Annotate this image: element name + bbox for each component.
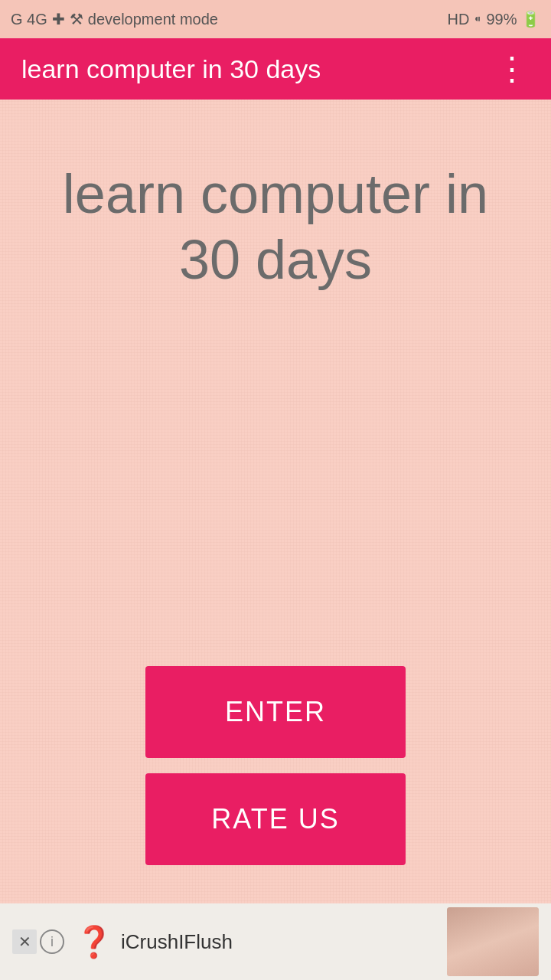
ad-logo-icon: ❓: [75, 924, 113, 960]
status-bar-left: G 4G ✚ ⚒ development mode: [11, 10, 218, 28]
enter-button[interactable]: ENTER: [145, 666, 406, 758]
menu-button[interactable]: ⋮: [496, 53, 530, 85]
ad-close-group: ✕ i: [12, 929, 64, 954]
app-bar-title: learn computer in 30 days: [21, 54, 321, 84]
ad-logo-area: ❓ iCrushIFlush: [75, 924, 233, 960]
tools-icon: ⚒: [70, 10, 83, 28]
rate-us-button[interactable]: RATE US: [145, 773, 406, 865]
ad-info-button[interactable]: i: [40, 929, 64, 954]
battery-text: 99% 🔋: [486, 10, 540, 28]
ad-person-silhouette: [447, 907, 539, 976]
status-bar-right: HD ⁌ 99% 🔋: [448, 10, 540, 28]
status-bar: G 4G ✚ ⚒ development mode HD ⁌ 99% 🔋: [0, 0, 551, 38]
signal-icon: G 4G: [11, 11, 47, 28]
app-title-heading: learn computer in 30 days: [31, 161, 520, 293]
app-bar: learn computer in 30 days ⋮: [0, 38, 551, 100]
button-group: ENTER RATE US: [145, 666, 406, 865]
main-content: learn computer in 30 days ENTER RATE US: [0, 100, 551, 903]
wifi-icon: ⁌: [474, 10, 481, 28]
dev-mode-text: development mode: [88, 11, 218, 28]
ad-close-button[interactable]: ✕: [12, 929, 37, 954]
hd-icon: HD: [448, 11, 470, 28]
ad-image: [447, 907, 539, 976]
ad-logo-text: iCrushIFlush: [121, 930, 233, 954]
ad-banner: ✕ i ❓ iCrushIFlush: [0, 903, 551, 980]
usb-icon: ✚: [52, 10, 65, 28]
